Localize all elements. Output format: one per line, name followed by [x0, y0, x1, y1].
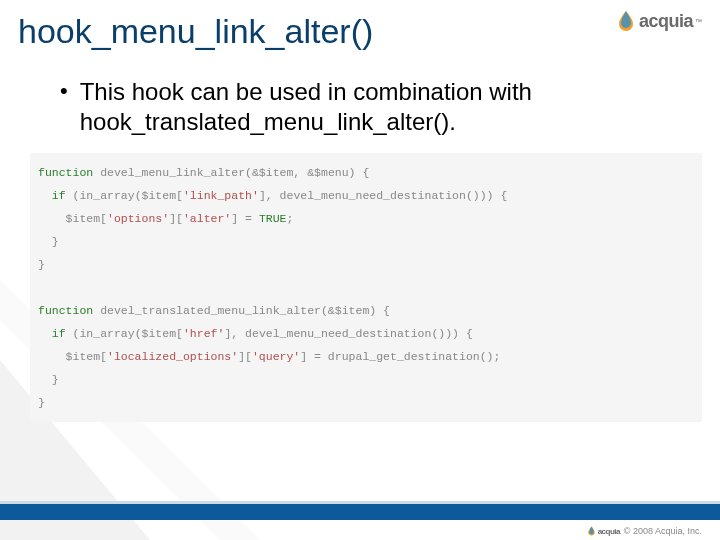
string-literal: 'options' [107, 212, 169, 225]
footer-brand-name: acquia [598, 527, 620, 536]
code-text: (in_array($item[ [66, 327, 183, 340]
string-literal: 'query' [252, 350, 300, 363]
function-name-1: devel_menu_link_alter [100, 166, 245, 179]
code-text: ][ [238, 350, 252, 363]
code-text: ], devel_menu_need_destination())) { [224, 327, 472, 340]
code-text: (&$item, &$menu) { [245, 166, 369, 179]
slide: acquia™ hook_menu_link_alter() • This ho… [0, 0, 720, 540]
code-block: function devel_menu_link_alter(&$item, &… [30, 153, 702, 422]
keyword-function: function [38, 304, 93, 317]
brand-name: acquia [639, 11, 693, 32]
brand-tm: ™ [695, 18, 702, 25]
copyright-text: © 2008 Acquia, Inc. [624, 526, 702, 536]
bullet-dot: • [60, 77, 68, 105]
footer-bar [0, 504, 720, 520]
code-text: ], devel_menu_need_destination())) { [259, 189, 507, 202]
code-text: (in_array($item[ [66, 189, 183, 202]
droplet-icon [587, 526, 596, 536]
keyword-function: function [38, 166, 93, 179]
string-literal: 'localized_options' [107, 350, 238, 363]
code-text: } [38, 373, 59, 386]
code-text: ; [286, 212, 293, 225]
page-title: hook_menu_link_alter() [0, 0, 720, 51]
keyword-if: if [52, 327, 66, 340]
code-text: ][ [169, 212, 183, 225]
keyword-if: if [52, 189, 66, 202]
code-text: ] = [231, 212, 259, 225]
bullet-list: • This hook can be used in combination w… [0, 51, 720, 137]
code-text: $item[ [38, 350, 107, 363]
bullet-text: This hook can be used in combination wit… [80, 77, 680, 137]
code-text: } [38, 396, 45, 409]
code-text: (&$item) { [321, 304, 390, 317]
footer-brand-logo: acquia [587, 526, 620, 536]
function-name-2: devel_translated_menu_link_alter [100, 304, 321, 317]
string-literal: 'link_path' [183, 189, 259, 202]
string-literal: 'href' [183, 327, 224, 340]
code-text: ] = drupal_get_destination(); [300, 350, 500, 363]
code-text: $item[ [38, 212, 107, 225]
code-text: } [38, 235, 59, 248]
droplet-icon [616, 10, 636, 32]
string-literal: 'alter' [183, 212, 231, 225]
code-text: } [38, 258, 45, 271]
keyword-true: TRUE [259, 212, 287, 225]
brand-logo: acquia™ [616, 10, 702, 32]
